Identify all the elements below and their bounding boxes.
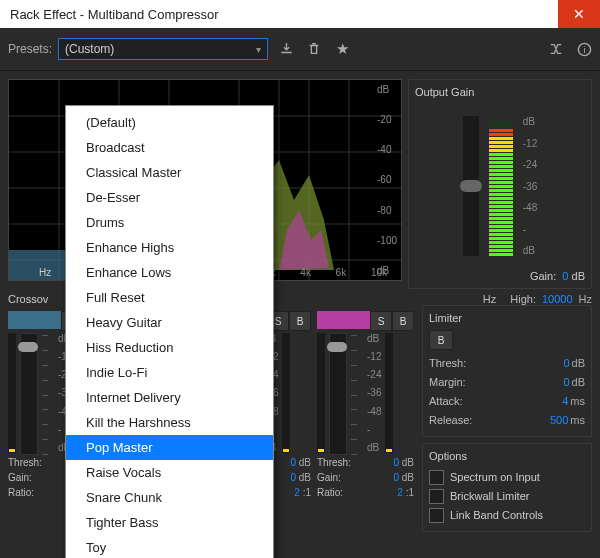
channel-map-icon[interactable] xyxy=(548,41,564,57)
preset-option[interactable]: Classical Master xyxy=(66,160,273,185)
preset-option[interactable]: Broadcast xyxy=(66,135,273,160)
limiter-key: Release: xyxy=(429,411,472,430)
band-input-meter xyxy=(8,333,16,453)
band-color-swatch[interactable] xyxy=(8,311,61,329)
output-meter xyxy=(489,116,513,256)
band-ratio-value[interactable]: 2 xyxy=(397,487,403,498)
crossover-high-value[interactable]: 10000 xyxy=(542,293,573,305)
output-gain-scale: dB-12 -24-36 -48- dB xyxy=(523,116,537,256)
band-gain-value[interactable]: 0 xyxy=(393,472,399,483)
window-title: Rack Effect - Multiband Compressor xyxy=(10,7,219,22)
crossover-high-label: High: xyxy=(510,293,536,305)
band-bypass-button[interactable]: B xyxy=(392,311,414,331)
preset-dropdown[interactable]: (Default)BroadcastClassical MasterDe-Ess… xyxy=(65,105,274,558)
presets-label: Presets: xyxy=(8,42,52,56)
preset-option[interactable]: Full Reset xyxy=(66,285,273,310)
spectrum-db-scale: dB -20-40 -60-80 -100dB xyxy=(377,80,397,280)
limiter-title: Limiter xyxy=(429,312,585,324)
options-title: Options xyxy=(429,450,585,462)
limiter-value[interactable]: 4 xyxy=(562,395,568,407)
checkbox-icon[interactable] xyxy=(429,470,444,485)
preset-option[interactable]: Tighter Bass xyxy=(66,510,273,535)
close-button[interactable]: ✕ xyxy=(558,0,600,28)
output-gain-title: Output Gain xyxy=(415,86,585,98)
band-thresh-label: Thresh: xyxy=(8,455,42,470)
info-icon[interactable]: i xyxy=(576,41,592,57)
favorite-icon[interactable]: ★ xyxy=(334,41,350,57)
output-gain-value[interactable]: 0 xyxy=(562,270,568,282)
preset-option[interactable]: Drums xyxy=(66,210,273,235)
band-ratio-label: Ratio: xyxy=(317,485,343,500)
band-color-swatch[interactable] xyxy=(317,311,370,329)
band-4: SBdB-12-24-36-48-dBThresh:0 dBGain:0 dBR… xyxy=(317,311,414,532)
limiter-key: Thresh: xyxy=(429,354,466,373)
preset-option[interactable]: Pop Master xyxy=(66,435,273,460)
crossover-label: Crossov xyxy=(8,293,48,305)
delete-preset-icon[interactable] xyxy=(306,41,322,57)
option-spectrum-on-input[interactable]: Spectrum on Input xyxy=(429,468,585,487)
limiter-key: Attack: xyxy=(429,392,463,411)
band-gain-meter xyxy=(282,333,290,453)
output-gain-panel: Output Gain dB-12 -24-36 -48- dB Gain: 0… xyxy=(408,79,592,289)
band-ratio-label: Ratio: xyxy=(8,485,34,500)
band-thresh-value[interactable]: 0 xyxy=(290,457,296,468)
band-scale: dB-12-24-36-48-dB xyxy=(367,333,381,453)
band-threshold-slider[interactable] xyxy=(329,333,347,455)
preset-option[interactable]: Toy xyxy=(66,535,273,558)
output-gain-slider[interactable] xyxy=(463,116,479,256)
chevron-down-icon: ▾ xyxy=(256,44,261,55)
preset-option[interactable]: Raise Vocals xyxy=(66,460,273,485)
limiter-panel: Limiter B Thresh:0dBMargin:0dBAttack:4ms… xyxy=(422,305,592,437)
band-gain-meter xyxy=(385,333,393,453)
band-input-meter xyxy=(317,333,325,453)
preset-option[interactable]: Snare Chunk xyxy=(66,485,273,510)
checkbox-icon[interactable] xyxy=(429,489,444,504)
option-link-band-controls[interactable]: Link Band Controls xyxy=(429,506,585,525)
preset-option[interactable]: Heavy Guitar xyxy=(66,310,273,335)
preset-option[interactable]: Indie Lo-Fi xyxy=(66,360,273,385)
limiter-value[interactable]: 500 xyxy=(550,414,568,426)
checkbox-icon[interactable] xyxy=(429,508,444,523)
preset-option[interactable]: Kill the Harshness xyxy=(66,410,273,435)
band-solo-button[interactable]: S xyxy=(370,311,392,331)
close-icon: ✕ xyxy=(573,6,585,22)
band-gain-value[interactable]: 0 xyxy=(290,472,296,483)
limiter-value[interactable]: 0 xyxy=(563,357,569,369)
options-panel: Options Spectrum on InputBrickwall Limit… xyxy=(422,443,592,532)
preset-select[interactable]: (Custom) ▾ xyxy=(58,38,268,60)
svg-text:i: i xyxy=(583,45,585,55)
preset-option[interactable]: Hiss Reduction xyxy=(66,335,273,360)
output-gain-label: Gain: xyxy=(530,270,556,282)
band-thresh-label: Thresh: xyxy=(317,455,351,470)
option-brickwall-limiter[interactable]: Brickwall Limiter xyxy=(429,487,585,506)
preset-option[interactable]: De-Esser xyxy=(66,185,273,210)
band-bypass-button[interactable]: B xyxy=(289,311,311,331)
band-gain-label: Gain: xyxy=(8,470,32,485)
preset-option[interactable]: (Default) xyxy=(66,110,273,135)
preset-option[interactable]: Enhance Highs xyxy=(66,235,273,260)
band-thresh-value[interactable]: 0 xyxy=(393,457,399,468)
limiter-key: Margin: xyxy=(429,373,466,392)
band-gain-label: Gain: xyxy=(317,470,341,485)
limiter-bypass-button[interactable]: B xyxy=(429,330,453,350)
band-threshold-slider[interactable] xyxy=(20,333,38,455)
save-preset-icon[interactable] xyxy=(278,41,294,57)
preset-option[interactable]: Enhance Lows xyxy=(66,260,273,285)
preset-option[interactable]: Internet Delivery xyxy=(66,385,273,410)
limiter-value[interactable]: 0 xyxy=(563,376,569,388)
band-ratio-value[interactable]: 2 xyxy=(294,487,300,498)
preset-selected-value: (Custom) xyxy=(65,42,114,56)
